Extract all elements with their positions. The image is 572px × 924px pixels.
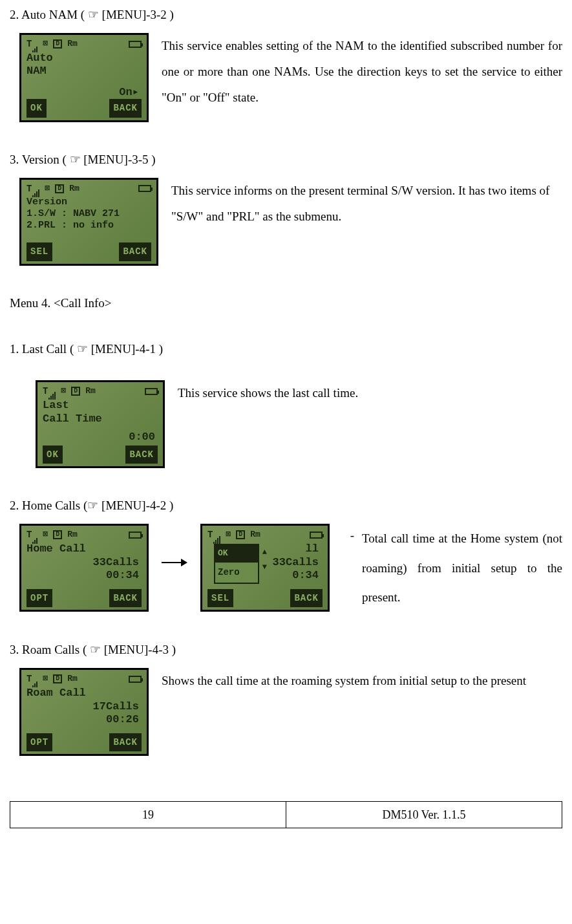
heading-last-call: 1. Last Call ( ☞ [MENU]-4-1 ) — [10, 338, 562, 361]
desc-roam-calls: Shows the call time at the roaming syste… — [162, 668, 562, 694]
heading-version: 3. Version ( ☞ [MENU]-3-5 ) — [10, 148, 562, 171]
screen-body: Roam Call 17Calls 00:26 — [26, 687, 142, 733]
section-version: 3. Version ( ☞ [MENU]-3-5 ) T ⊠ D Rm Ver… — [10, 148, 562, 266]
d-icon: D — [71, 387, 80, 396]
section-home-calls: 2. Home Calls (☞ [MENU]-4-2 ) T ⊠ D Rm H… — [10, 494, 562, 612]
row-roam-calls: T ⊠ D Rm Roam Call 17Calls 00:26 OPT BAC… — [10, 668, 562, 756]
battery-icon — [129, 532, 142, 539]
envelope-icon: ⊠ — [43, 36, 48, 52]
screen-line: 33Calls — [26, 556, 142, 569]
battery-icon — [145, 388, 158, 395]
footer-doc: DM510 Ver. 1.1.5 — [286, 802, 562, 828]
d-icon: D — [53, 674, 62, 683]
screen-body: Auto NAM On▸ — [26, 52, 142, 99]
rm-icon: Rm — [67, 36, 78, 52]
signal-icon: T — [43, 383, 56, 400]
softkey-left[interactable]: SEL — [207, 589, 233, 608]
heading-auto-nam: 2. Auto NAM ( ☞ [MENU]-3-2 ) — [10, 3, 562, 27]
arrow-icon — [162, 556, 187, 569]
heading-home-calls: 2. Home Calls (☞ [MENU]-4-2 ) — [10, 494, 562, 517]
footer-page: 19 — [10, 802, 286, 828]
phone-screen-last-call: T ⊠ D Rm Last Call Time 0:00 OK BACK — [36, 380, 165, 468]
screen-line: Auto — [26, 52, 142, 65]
page-footer: 19 DM510 Ver. 1.1.5 — [10, 801, 562, 828]
battery-icon — [129, 41, 142, 48]
screen-body: Home Call 33Calls 00:34 — [26, 543, 142, 588]
battery-icon — [138, 185, 151, 192]
screen-line: Last — [43, 399, 158, 412]
heading-roam-calls: 3. Roam Calls ( ☞ [MENU]-4-3 ) — [10, 638, 562, 661]
phone-screen-home-2: T ⊠ D Rm ll 33Calls 0:34 OK Zero ▲▼ — [200, 524, 330, 612]
row-auto-nam: T ⊠ D Rm Auto NAM On▸ OK BACK This se — [10, 33, 562, 122]
softkey-left[interactable]: OK — [26, 99, 47, 118]
softkey-left[interactable]: OK — [43, 446, 63, 464]
screen-line: Home Call — [26, 543, 142, 555]
rm-icon: Rm — [85, 383, 96, 400]
status-bar: T ⊠ D Rm — [26, 184, 151, 194]
section-auto-nam: 2. Auto NAM ( ☞ [MENU]-3-2 ) T ⊠ D Rm Au… — [10, 3, 562, 122]
d-icon: D — [53, 530, 62, 539]
section-last-call: 1. Last Call ( ☞ [MENU]-4-1 ) T ⊠ D Rm L… — [10, 338, 562, 468]
status-bar: T ⊠ D Rm — [26, 530, 142, 540]
status-bar: T ⊠ D Rm — [26, 39, 142, 49]
popup-zero: OK Zero ▲▼ — [214, 544, 259, 583]
menu-heading: Menu 4. <Call Info> — [10, 292, 562, 315]
d-icon: D — [55, 184, 64, 193]
row-version: T ⊠ D Rm Version 1.S/W : NABV 271 2.PRL … — [10, 178, 562, 266]
section-roam-calls: 3. Roam Calls ( ☞ [MENU]-4-3 ) T ⊠ D Rm … — [10, 638, 562, 756]
screen-line: Version — [26, 197, 151, 208]
screen-body: Last Call Time 0:00 — [43, 399, 158, 445]
status-bar: T ⊠ D Rm — [207, 530, 323, 540]
envelope-icon: ⊠ — [61, 383, 66, 400]
screen-line: Call Time — [43, 413, 158, 425]
bullet-dash: - — [343, 524, 362, 547]
rm-icon: Rm — [69, 181, 79, 197]
softkey-right[interactable]: BACK — [109, 589, 142, 608]
signal-icon: T — [26, 671, 37, 688]
row-home-calls: T ⊠ D Rm Home Call 33Calls 00:34 OPT BAC… — [10, 524, 562, 612]
svg-marker-1 — [181, 559, 187, 566]
screen-value: 0:00 — [43, 431, 158, 444]
screen-line: 00:34 — [26, 569, 142, 582]
screen-line: 17Calls — [26, 700, 142, 713]
bullet-text: Total call time at the Home system (not … — [362, 524, 562, 612]
desc-version: This service informs on the present term… — [171, 178, 562, 230]
phone-screen-roam: T ⊠ D Rm Roam Call 17Calls 00:26 OPT BAC… — [19, 668, 149, 756]
rm-icon: Rm — [67, 671, 78, 687]
status-bar: T ⊠ D Rm — [26, 674, 142, 684]
bullet-home-calls: - Total call time at the Home system (no… — [343, 524, 562, 612]
softkey-right[interactable]: BACK — [119, 242, 151, 261]
signal-icon: T — [26, 526, 37, 544]
screen-value: On▸ — [26, 86, 142, 99]
desc-last-call: This service shows the last call time. — [178, 380, 562, 406]
softkey-right[interactable]: BACK — [125, 446, 158, 464]
softkey-left[interactable]: SEL — [26, 242, 52, 261]
softkey-left[interactable]: OPT — [26, 733, 52, 752]
battery-icon — [310, 532, 323, 539]
screen-line: 2.PRL : no info — [26, 220, 151, 231]
envelope-icon: ⊠ — [226, 527, 231, 543]
softkey-left[interactable]: OPT — [26, 589, 52, 608]
screen-line: Roam Call — [26, 687, 142, 700]
popup-text[interactable]: Zero — [215, 563, 258, 583]
phone-screen-auto-nam: T ⊠ D Rm Auto NAM On▸ OK BACK — [19, 33, 149, 122]
battery-icon — [129, 676, 142, 683]
d-icon: D — [53, 39, 62, 48]
envelope-icon: ⊠ — [43, 671, 48, 687]
signal-icon: T — [26, 36, 37, 53]
screen-body: Version 1.S/W : NABV 271 2.PRL : no info — [26, 197, 151, 242]
screen-line: 1.S/W : NABV 271 — [26, 208, 151, 220]
row-last-call: T ⊠ D Rm Last Call Time 0:00 OK BACK — [10, 380, 562, 468]
desc-auto-nam: This service enables setting of the NAM … — [162, 33, 562, 111]
phone-screen-home-1: T ⊠ D Rm Home Call 33Calls 00:34 OPT BAC… — [19, 524, 149, 612]
softkey-right[interactable]: BACK — [290, 589, 323, 608]
phone-screen-version: T ⊠ D Rm Version 1.S/W : NABV 271 2.PRL … — [19, 178, 158, 266]
screen-line: 00:26 — [26, 713, 142, 726]
rm-icon: Rm — [67, 527, 78, 543]
rm-icon: Rm — [250, 527, 260, 543]
softkey-right[interactable]: BACK — [109, 733, 142, 752]
screen-line: NAM — [26, 65, 142, 78]
popup-arrows-icon: ▲▼ — [262, 545, 267, 575]
softkey-right[interactable]: BACK — [109, 99, 142, 118]
popup-ok[interactable]: OK — [215, 545, 258, 563]
